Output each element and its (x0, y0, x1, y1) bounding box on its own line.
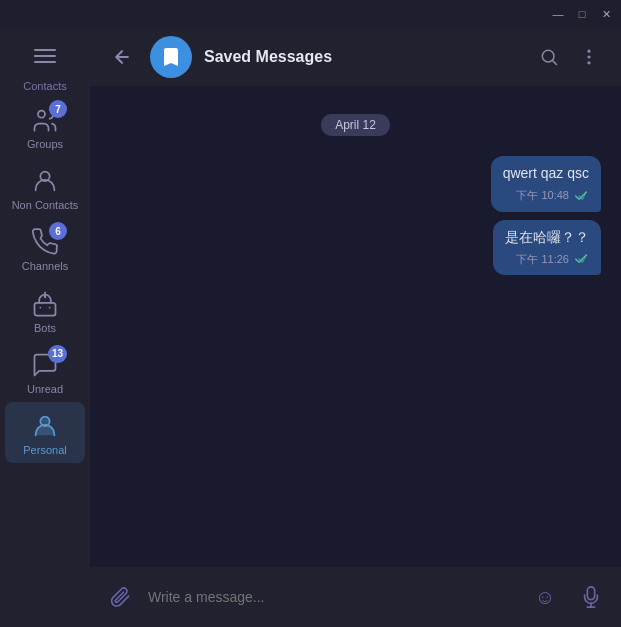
close-button[interactable]: ✕ (599, 7, 613, 21)
svg-point-5 (542, 50, 554, 62)
sidebar-item-non-contacts[interactable]: Non Contacts (5, 157, 85, 218)
back-button[interactable] (106, 41, 138, 73)
unread-icon: 13 (25, 347, 65, 383)
message-input[interactable] (148, 589, 517, 605)
sidebar-item-groups[interactable]: 7 Groups (5, 96, 85, 157)
message-time: 下午 11:26 (516, 252, 569, 267)
person-icon (25, 163, 65, 199)
sidebar-item-channels[interactable]: 6 Channels (5, 218, 85, 279)
personal-label: Personal (23, 444, 66, 457)
date-divider: April 12 (110, 114, 601, 136)
double-check-icon (573, 251, 589, 267)
voice-button[interactable] (573, 579, 609, 615)
groups-label: Groups (27, 138, 63, 151)
double-check-icon (573, 188, 589, 204)
chat-header: Saved Messages (90, 28, 621, 86)
bots-label: Bots (34, 322, 56, 335)
svg-rect-2 (35, 302, 56, 315)
titlebar: — □ ✕ (0, 0, 621, 28)
chat-title: Saved Messages (204, 48, 521, 66)
message-text: 是在哈囉？？ (505, 228, 589, 248)
contacts-label: Contacts (23, 80, 66, 92)
svg-point-8 (588, 62, 590, 64)
unread-badge: 13 (48, 345, 67, 363)
attach-button[interactable] (102, 579, 138, 615)
message-text: qwert qaz qsc (503, 164, 589, 184)
svg-point-6 (588, 50, 590, 52)
bots-icon (25, 286, 65, 322)
channels-label: Channels (22, 260, 68, 273)
message-meta: 下午 10:48 (503, 188, 589, 204)
date-pill: April 12 (321, 114, 390, 136)
personal-icon (25, 408, 65, 444)
message-bubble: 是在哈囉？？ 下午 11:26 (493, 220, 601, 276)
search-button[interactable] (533, 41, 565, 73)
sidebar-item-unread[interactable]: 13 Unread (5, 341, 85, 402)
message-meta: 下午 11:26 (505, 251, 589, 267)
sidebar-item-personal[interactable]: Personal (5, 402, 85, 463)
unread-label: Unread (27, 383, 63, 396)
hamburger-icon (34, 49, 56, 63)
groups-icon: 7 (25, 102, 65, 138)
non-contacts-label: Non Contacts (12, 199, 79, 212)
message-time: 下午 10:48 (516, 188, 569, 203)
groups-badge: 7 (49, 100, 67, 118)
sidebar: Contacts 7 Groups Non C (0, 28, 90, 627)
message-bubble: qwert qaz qsc 下午 10:48 (491, 156, 601, 212)
saved-messages-avatar (150, 36, 192, 78)
minimize-button[interactable]: — (551, 7, 565, 21)
emoji-button[interactable]: ☺ (527, 579, 563, 615)
channels-badge: 6 (49, 222, 67, 240)
svg-point-0 (38, 111, 45, 118)
header-actions (533, 41, 605, 73)
more-button[interactable] (573, 41, 605, 73)
svg-point-7 (588, 56, 590, 58)
sidebar-item-bots[interactable]: Bots (5, 280, 85, 341)
channels-icon: 6 (25, 224, 65, 260)
menu-button[interactable] (20, 36, 70, 76)
svg-point-3 (44, 295, 46, 297)
messages-area: April 12 qwert qaz qsc 下午 10:48 是在 (90, 86, 621, 567)
main-layout: Contacts 7 Groups Non C (0, 28, 621, 627)
input-area: ☺ (90, 567, 621, 627)
chat-area: Saved Messages (90, 28, 621, 627)
maximize-button[interactable]: □ (575, 7, 589, 21)
